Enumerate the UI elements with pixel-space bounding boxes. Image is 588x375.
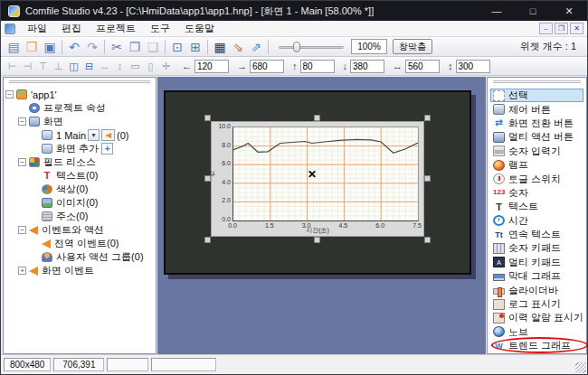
widget-item-lamp[interactable]: 램프 — [490, 158, 583, 172]
redo-icon[interactable]: ↷ — [83, 38, 101, 55]
expander-icon[interactable] — [18, 117, 26, 126]
widget-item-time[interactable]: 시간 — [490, 214, 583, 228]
tree-item-field-resources[interactable]: 필드 리소스 — [5, 155, 154, 169]
upload-from-device-icon[interactable]: ⇗ — [247, 38, 265, 55]
tree-item-events-actions[interactable]: 이벤트와 액션 — [5, 223, 154, 237]
menu-help[interactable]: 도움말 — [177, 20, 222, 37]
zoom-slider[interactable] — [279, 40, 344, 54]
expander-icon[interactable] — [18, 267, 26, 275]
resize-handle-top-right[interactable] — [424, 115, 431, 121]
paste-icon[interactable]: ❏ — [144, 38, 162, 55]
bottom-input[interactable] — [350, 60, 384, 73]
widget-item-toggle-switch[interactable]: 토글 스위치 — [490, 172, 583, 185]
widget-item-knob[interactable]: 노브 — [490, 325, 583, 339]
left-input[interactable] — [194, 60, 229, 73]
fit-window-button[interactable]: 창맞춤 — [393, 39, 432, 54]
new-file-icon[interactable]: ▤ — [5, 38, 23, 55]
align-bottom-icon[interactable]: ⊥ — [51, 59, 66, 74]
add-screen-plus-button[interactable]: + — [101, 143, 113, 155]
download-to-device-icon[interactable]: ⇘ — [229, 38, 247, 55]
resize-handle-bottom-center[interactable] — [314, 237, 320, 243]
tree-item-screen-events[interactable]: 화면 이벤트 — [5, 264, 154, 277]
expander-icon[interactable] — [18, 226, 26, 234]
tree-item-project-properties[interactable]: 프로젝트 속성 — [5, 101, 154, 115]
zoom-slider-thumb[interactable] — [293, 42, 300, 52]
tree-item-global-events[interactable]: 전역 이벤트(0) — [5, 237, 154, 250]
tree-item-screens[interactable]: 화면 — [5, 115, 154, 128]
mdi-close-button[interactable]: ✕ — [570, 23, 583, 34]
center-horizontal-icon[interactable]: ◫ — [66, 59, 81, 74]
resize-handle-bottom-right[interactable] — [424, 237, 431, 243]
same-width-icon[interactable]: ↔ — [97, 59, 112, 74]
center-in-screen-icon[interactable]: ✛ — [158, 59, 174, 74]
tree-item-color-resource[interactable]: 색상(0) — [5, 183, 154, 196]
mdi-restore-button[interactable]: ❐ — [555, 23, 568, 34]
screen-dropdown-button[interactable]: ▼ — [88, 129, 100, 141]
menu-tools[interactable]: 도구 — [143, 20, 177, 37]
open-icon[interactable]: ❒ — [23, 38, 41, 55]
widget-item-log-display[interactable]: 로그 표시기 — [490, 297, 583, 311]
widget-item-history-alarm[interactable]: 이력 알람 표시기 — [490, 311, 583, 324]
tree-item-add-screen[interactable]: 화면 추가 + — [5, 142, 154, 155]
top-input[interactable] — [300, 60, 335, 73]
center-vertical-icon[interactable]: ⊟ — [81, 59, 97, 74]
monitor-run-icon[interactable]: ▦ — [211, 38, 229, 55]
zoom-slider-track[interactable] — [279, 46, 344, 49]
widget-item-number[interactable]: 숫자 — [490, 186, 583, 200]
save-icon[interactable]: ▣ — [41, 38, 59, 55]
menu-file[interactable]: 파일 — [20, 20, 54, 37]
undo-icon[interactable]: ↶ — [65, 38, 83, 55]
panel-grip[interactable] — [488, 78, 586, 85]
tree-item-image-resource[interactable]: 이미지(0) — [5, 196, 154, 210]
right-input[interactable] — [250, 60, 284, 73]
widget-item-multi-text[interactable]: 연속 텍스트 — [490, 228, 583, 241]
window-maximize-button[interactable]: □ — [515, 1, 551, 21]
panel-grip[interactable] — [4, 78, 156, 85]
align-left-icon[interactable]: ⊢ — [5, 59, 20, 74]
window-minimize-button[interactable]: — — [479, 1, 515, 21]
size-to-grid-icon[interactable]: ▯ — [143, 59, 158, 74]
widget-item-screen-switch-button[interactable]: 화면 전환 버튼 — [490, 117, 583, 130]
resize-handle-bottom-left[interactable] — [204, 237, 211, 243]
align-top-icon[interactable]: ⊤ — [35, 59, 51, 74]
align-right-icon[interactable]: ⊣ — [20, 59, 35, 74]
cut-icon[interactable]: ✂ — [108, 38, 126, 55]
widget-item-select[interactable]: 선택 — [490, 89, 583, 102]
widget-item-text[interactable]: 텍스트 — [490, 200, 583, 213]
resize-handle-top-center[interactable] — [314, 115, 320, 121]
tree-item-address-resource[interactable]: 주소(0) — [5, 210, 154, 223]
widget-item-control-button[interactable]: 제어 버튼 — [490, 102, 583, 116]
zoom-value-button[interactable]: 100% — [351, 39, 387, 54]
screen-event-button[interactable] — [101, 129, 115, 141]
resize-handle-top-left[interactable] — [204, 115, 211, 121]
widget-item-multi-keypad[interactable]: 멀티 키패드 — [490, 256, 583, 269]
widget-item-number-input[interactable]: 숫자 입력기 — [490, 145, 583, 158]
widget-item-number-keypad[interactable]: 숫자 키패드 — [490, 241, 583, 255]
tree-item-screen-main[interactable]: 1 Main ▼ (0) — [5, 128, 154, 142]
resize-handle-mid-left[interactable] — [204, 175, 211, 182]
menu-edit[interactable]: 편집 — [54, 20, 89, 37]
expander-icon[interactable] — [18, 158, 26, 166]
tree-item-user-action-group[interactable]: 사용자 액션 그룹(0) — [5, 250, 154, 264]
tree-item-app1[interactable]: 'app1' — [5, 88, 154, 101]
design-canvas[interactable]: 0.02.04.06.08.010.0 0.01.53.04.56.07.5 값… — [157, 77, 486, 354]
resize-grip[interactable] — [575, 362, 586, 373]
trend-graph-widget[interactable]: 0.02.04.06.08.010.0 0.01.53.04.56.07.5 값… — [211, 121, 424, 237]
screen-preview-icon[interactable]: ⊡ — [168, 38, 186, 55]
copy-icon[interactable]: ❐ — [126, 38, 144, 55]
same-size-icon[interactable]: ▭ — [128, 59, 143, 74]
menu-project[interactable]: 프로젝트 — [89, 20, 143, 37]
widget-item-bar-graph[interactable]: 막대 그래프 — [490, 269, 583, 283]
window-close-button[interactable]: ✕ — [551, 1, 587, 21]
resize-handle-mid-right[interactable] — [424, 175, 431, 182]
widget-item-trend-graph[interactable]: 트렌드 그래프 — [490, 339, 583, 352]
mdi-minimize-button[interactable]: – — [539, 23, 553, 34]
tree-item-text-resource[interactable]: 텍스트(0) — [5, 169, 154, 183]
same-height-icon[interactable]: ↕ — [112, 59, 128, 74]
height-input[interactable] — [456, 60, 490, 73]
screen-add-icon[interactable]: ⊞ — [186, 38, 204, 55]
expander-icon[interactable] — [5, 90, 14, 98]
widget-item-slider-bar[interactable]: 슬라이더바 — [490, 283, 583, 296]
widget-item-multi-action-button[interactable]: 멀티 액션 버튼 — [490, 130, 583, 144]
width-input[interactable] — [405, 60, 440, 73]
